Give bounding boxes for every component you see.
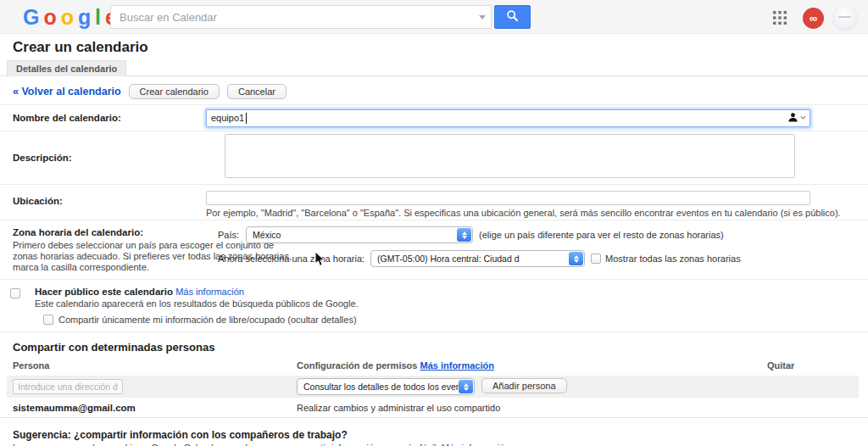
search-box (110, 5, 492, 29)
topbar: G o o g l e ∞ (0, 0, 868, 34)
make-public-label: Hacer público este calendario (35, 287, 173, 297)
logo-letter: G (23, 5, 38, 29)
name-label: Nombre del calendario: (0, 113, 206, 123)
description-label: Descripción: (0, 153, 206, 163)
select-stepper-icon (459, 380, 473, 393)
column-permissions: Configuración de permisos (297, 360, 417, 371)
share-section-heading: Compartir con determinadas personas (13, 341, 868, 354)
add-person-button[interactable]: Añadir persona (481, 378, 567, 393)
search-button[interactable] (494, 5, 531, 29)
person-dropdown-icon[interactable] (787, 112, 806, 123)
location-help-text: Por ejemplo, "Madrid", "Barcelona" o "Es… (206, 208, 841, 218)
person-email: sistemaumma@gmail.com (13, 403, 136, 413)
logo-letter: o (61, 5, 73, 29)
public-description: Este calendario aparecerá en los resulta… (35, 298, 359, 309)
zone-label: Ahora selecciona una zona horaria: (218, 254, 364, 264)
free-busy-label: Compartir únicamente mi información de l… (58, 315, 357, 325)
location-label: Ubicación: (0, 185, 206, 220)
logo-letter: l (95, 5, 100, 29)
select-stepper-icon (457, 228, 471, 242)
suggestion-text: Las empresas pueden cambiar a Google Cal… (13, 443, 439, 446)
search-input[interactable] (110, 5, 492, 29)
free-busy-checkbox[interactable] (43, 315, 53, 325)
share-new-person-row: Consultar los detalles de todos los even… (7, 376, 859, 398)
permission-select-value: Consultar los detalles de todos los even… (303, 382, 459, 392)
suggestion-title: Sugerencia: ¿compartir información con l… (13, 429, 868, 441)
logo-letter: o (43, 5, 55, 29)
timezone-row: Zona horaria del calendario: Primero deb… (0, 220, 868, 280)
share-table-header: Persona Configuración de permisos Más in… (0, 357, 868, 376)
public-more-info-link[interactable]: Más información (175, 287, 244, 297)
location-row: Ubicación: Por ejemplo, "Madrid", "Barce… (0, 185, 868, 220)
make-public-checkbox[interactable] (10, 288, 20, 298)
description-textarea[interactable] (225, 134, 795, 178)
cancel-button[interactable]: Cancelar (227, 84, 287, 99)
person-permission: Realizar cambios y administrar el uso co… (297, 403, 500, 413)
permissions-more-info-link[interactable]: Más información (420, 360, 493, 371)
back-to-calendar-link[interactable]: « Volver al calendario (13, 86, 121, 98)
text-caret (246, 113, 247, 124)
calendar-name-input[interactable] (206, 109, 810, 127)
name-row: Nombre del calendario: (0, 105, 868, 131)
show-all-timezones-checkbox[interactable] (591, 254, 601, 264)
apps-grid-icon[interactable] (773, 11, 787, 25)
column-person: Persona (13, 360, 49, 371)
suggestion-box: Sugerencia: ¿compartir información con l… (13, 429, 868, 446)
timezone-select-value: (GMT-05:00) Hora central: Ciudad d (377, 254, 569, 264)
suggestion-more-info-link[interactable]: Más información (442, 443, 510, 446)
public-row: Hacer público este calendario Más inform… (0, 280, 868, 332)
permission-select[interactable]: Consultar los detalles de todos los even… (297, 378, 475, 395)
share-person-row: sistemaumma@gmail.com Realizar cambios y… (0, 398, 868, 418)
search-dropdown-chevron-icon[interactable] (479, 15, 486, 20)
create-calendar-button[interactable]: Crear calendario (129, 84, 220, 99)
calendar-form: Nombre del calendario: Descripción: (0, 104, 868, 332)
timezone-select[interactable]: (GMT-05:00) Hora central: Ciudad d (370, 250, 585, 267)
profile-avatar[interactable] (832, 6, 857, 31)
show-all-timezones-label: Mostrar todas las zonas horarias (605, 254, 741, 264)
country-select-value: México (253, 230, 457, 240)
search-icon (506, 9, 519, 25)
description-row: Descripción: (0, 131, 868, 185)
person-email-input[interactable] (13, 379, 123, 394)
page-title: Crear un calendario (13, 40, 868, 55)
google-logo[interactable]: G o o g l e (23, 5, 116, 30)
country-label: País: (218, 230, 239, 240)
tab-strip: Detalles del calendario (0, 59, 868, 76)
location-input[interactable] (206, 191, 810, 205)
country-hint: (elige un país diferente para ver el res… (479, 230, 724, 240)
tab-calendar-details[interactable]: Detalles del calendario (7, 60, 126, 76)
mouse-cursor-icon (314, 251, 326, 270)
notifications-avatar[interactable]: ∞ (803, 8, 824, 29)
column-remove: Quitar (767, 360, 794, 371)
top-toolbar: « Volver al calendario Crear calendario … (13, 84, 868, 99)
logo-letter: g (78, 5, 90, 29)
select-stepper-icon (569, 252, 583, 265)
country-select[interactable]: México (246, 226, 473, 243)
